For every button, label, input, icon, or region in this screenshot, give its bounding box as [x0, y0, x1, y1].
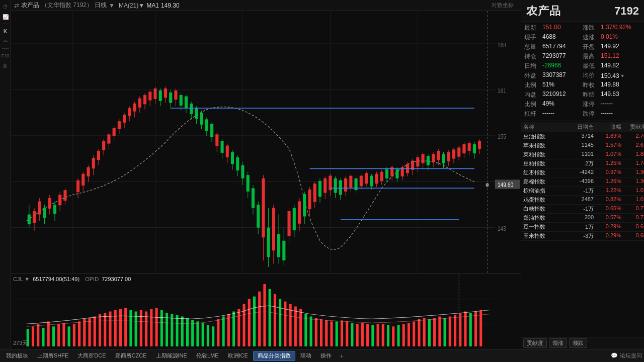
svg-rect-64: [169, 93, 172, 103]
table-row[interactable]: 豆一指数 1万 0.29% 0.64: [521, 223, 644, 232]
tab-commodity[interactable]: 商品分类指数: [253, 351, 295, 361]
tab-wodeban[interactable]: 我的板块: [2, 351, 32, 361]
divider-1: [521, 121, 644, 121]
svg-rect-259: [325, 320, 328, 346]
ma-label[interactable]: MA(21)▼: [119, 2, 144, 9]
info-row-1: 最新 151.00 涨跌 1.37/0.92%: [522, 23, 643, 33]
cell-change-10: 0.57%: [594, 214, 621, 222]
svg-text:168: 168: [498, 41, 506, 48]
value-waipan: 3307387: [542, 71, 583, 80]
info-row-3: 总量 6517794 开盘 149.92: [522, 42, 643, 52]
label-zhangdie: 涨跌: [583, 24, 601, 32]
cell-contrib-12: 0.68: [621, 232, 644, 240]
tab-shangneng[interactable]: 上期能源INE: [152, 351, 191, 361]
table-row[interactable]: 棕榈油指 -1万 1.22% 1.01: [521, 187, 644, 196]
label-junjia: 均价: [583, 71, 601, 80]
svg-rect-82: [215, 134, 218, 146]
svg-rect-40: [107, 134, 110, 143]
table-row[interactable]: 白糖指数 -1万 0.65% 0.77: [521, 205, 644, 214]
svg-rect-62: [164, 88, 167, 98]
svg-rect-70: [185, 97, 188, 108]
svg-rect-204: [42, 328, 44, 346]
svg-rect-254: [299, 309, 302, 347]
svg-rect-253: [294, 307, 297, 346]
cell-contrib-7: 1.01: [621, 187, 644, 195]
value-dietang: ------: [601, 110, 641, 118]
table-row[interactable]: 玉米指数 -3万 0.29% 0.68: [521, 232, 644, 241]
days-label: 279天: [13, 339, 28, 347]
tab-zhengshang[interactable]: 郑商所CZCE: [111, 351, 151, 361]
chart-header: ⇄ 农产品 （文华指数 7192） 日线 ▼ MA(21)▼ MA1 149.3…: [11, 0, 521, 11]
sidebar-icon-chart[interactable]: 📈: [1, 12, 10, 21]
svg-rect-36: [97, 151, 100, 160]
svg-rect-96: [252, 188, 255, 208]
table-row[interactable]: 鸡蛋指数 2487 0.82% 1.01: [521, 196, 644, 205]
cell-daily-10: 200: [564, 214, 594, 222]
svg-rect-78: [205, 119, 208, 131]
tab-shangqi[interactable]: 上期所SHFE: [33, 351, 72, 361]
contrib-btn-3[interactable]: 领跌: [569, 338, 587, 348]
svg-text:143: 143: [498, 225, 506, 232]
svg-rect-0: [11, 11, 521, 274]
tab-ice[interactable]: 欧洲ICE: [224, 351, 252, 361]
table-row[interactable]: 豆粕指数 2万 1.25% 1.74: [521, 159, 644, 168]
contrib-btn-2[interactable]: 领涨: [549, 338, 567, 348]
tab-liandong[interactable]: 联动: [296, 351, 315, 361]
label-zuoshou: 昨收: [583, 81, 601, 89]
svg-rect-46: [123, 115, 126, 123]
sidebar-icon-draw[interactable]: ✏: [1, 37, 10, 46]
svg-rect-249: [274, 294, 276, 346]
app-container: ⏱ 📈 K ✏ F10 新 ⇄ 农产品 （文华指数 7192） 日线 ▼ M: [0, 0, 644, 362]
cell-daily-8: 2487: [564, 196, 594, 204]
svg-rect-216: [104, 313, 106, 346]
svg-point-190: [486, 183, 489, 187]
svg-rect-289: [479, 310, 482, 347]
sidebar-icon-time[interactable]: ⏱: [1, 2, 10, 11]
sidebar-icon-f10[interactable]: F10: [1, 51, 10, 60]
svg-rect-30: [82, 174, 85, 186]
cell-change-7: 1.22%: [594, 187, 621, 195]
table-row[interactable]: 菜粕指数 1101 1.07% 1.88: [521, 150, 644, 159]
period-dropdown-icon[interactable]: ▼: [109, 2, 115, 9]
svg-rect-275: [408, 323, 410, 346]
contrib-btn-1[interactable]: 贡献度: [523, 338, 547, 348]
right-panel-header: 农产品 7192: [521, 0, 644, 22]
right-panel-price: 7192: [614, 5, 639, 18]
label-waipan: 外盘: [524, 71, 542, 80]
cell-name-11: 豆一指数: [523, 223, 564, 231]
table-row[interactable]: 红枣指数 -4242 0.97% 1.30: [521, 168, 644, 177]
value-zuigao: 151.12: [601, 52, 641, 61]
info-row-6: 外盘 3307387 均价 150.43▼: [522, 71, 643, 80]
tab-caozuo[interactable]: 操作: [316, 351, 336, 361]
value-zuoshou: 149.88: [601, 81, 641, 89]
table-row[interactable]: 豆油指数 3714 1.69% 2.76: [521, 132, 644, 141]
table-row[interactable]: 郑棉指数 -4396 1.26% 1.30: [521, 177, 644, 187]
svg-rect-280: [433, 318, 436, 346]
label-zongliang: 总量: [524, 43, 542, 51]
table-header: 名称 日增仓 涨幅 贡献度: [521, 122, 644, 132]
forum-label[interactable]: 论坛提问: [620, 352, 642, 359]
svg-rect-202: [32, 326, 34, 346]
cjl-value: 6517794.00(51:49): [33, 276, 79, 282]
svg-rect-264: [351, 323, 353, 346]
table-row[interactable]: 苹果指数 1145 1.57% 2.67: [521, 141, 644, 150]
svg-rect-84: [220, 141, 223, 152]
log-coords-label[interactable]: 对数坐标: [492, 2, 514, 9]
table-row[interactable]: 郑油指数 200 0.57% 0.77: [521, 214, 644, 223]
cell-change-3: 1.07%: [594, 151, 621, 158]
sidebar-icon-k[interactable]: K: [1, 27, 10, 36]
svg-rect-250: [279, 299, 281, 346]
cell-name-8: 鸡蛋指数: [523, 196, 564, 204]
chart-period[interactable]: 日线: [95, 1, 107, 10]
svg-rect-128: [334, 178, 337, 193]
tab-dashang[interactable]: 大商所DCE: [73, 351, 110, 361]
value-bili2: 49%: [542, 100, 583, 109]
label-ganggan: 杠杆: [524, 110, 542, 118]
tab-lme[interactable]: 伦敦LME: [192, 351, 223, 361]
sidebar-icon-news[interactable]: 新: [1, 61, 10, 70]
svg-rect-54: [143, 95, 146, 104]
tab-add-button[interactable]: +: [337, 351, 347, 361]
cell-contrib-6: 1.30: [621, 178, 644, 186]
svg-rect-22: [53, 205, 56, 214]
cell-change-2: 1.57%: [594, 142, 621, 149]
